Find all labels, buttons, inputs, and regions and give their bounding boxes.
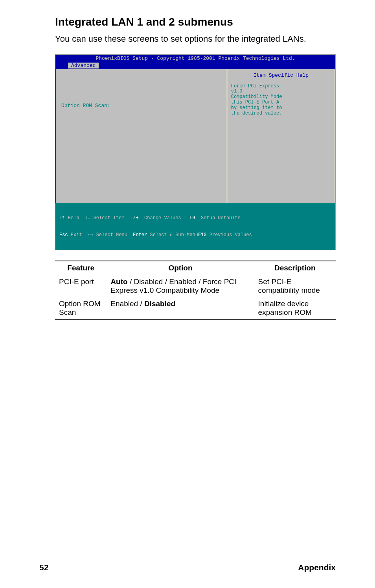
bios-txt-setupdefaults: Setup Defaults (195, 215, 241, 221)
bios-titlebar: PhoenixBIOS Setup - Copyright 1985-2001 … (55, 55, 335, 62)
bios-left-pane: PCI-E port A Device 2 : [Auto] Option RO… (55, 69, 227, 203)
opt-rest: / Disabled / Enabled / Force PCI Express… (110, 277, 236, 294)
bios-row-option-rom: Option ROM Scan: [Disabled] (61, 103, 221, 109)
opt-bold: Disabled (144, 300, 175, 308)
bios-txt-submenu: Select ▸ Sub-Menu (147, 232, 198, 238)
bios-screenshot: PhoenixBIOS Setup - Copyright 1985-2001 … (55, 54, 336, 250)
bios-row2-label: Option ROM Scan: (61, 103, 144, 109)
opt-bold: Auto (110, 277, 127, 286)
bios-row1-label: PCI-E port A Device 2 : (61, 85, 144, 91)
bios-row-pcie-port: PCI-E port A Device 2 : [Auto] (61, 85, 221, 91)
cell-description: Initialize device expansion ROM (254, 297, 336, 320)
bios-txt-selectmenu: Select Menu (93, 232, 133, 238)
cell-option: Auto / Disabled / Enabled / Force PCI Ex… (107, 275, 254, 297)
bios-key-enter: Enter (133, 232, 147, 238)
bios-txt-help: Help (65, 215, 85, 221)
bios-key-f10: F10 (198, 232, 207, 238)
opt-pre: Enabled / (110, 300, 144, 308)
bios-key-plusminus: -/+ (130, 215, 139, 221)
bios-main: PCI-E port A Device 2 : [Auto] Option RO… (55, 69, 335, 203)
col-option: Option (107, 261, 254, 275)
cell-feature: PCI-E port (55, 275, 107, 297)
bios-key-f9: F9 (189, 215, 195, 221)
bios-row1-value: [Auto] (144, 85, 162, 91)
page-footer: 52 Appendix (39, 563, 336, 572)
bios-help-title: Item Specific Help (231, 72, 331, 78)
bios-help-body: Force PCI Express v1.0 Compatibility Mod… (231, 84, 331, 116)
bios-key-esc: Esc (59, 232, 68, 238)
section-heading: Integrated LAN 1 and 2 submenus (55, 16, 336, 28)
page-number: 52 (39, 563, 48, 572)
bios-row2-value: [Disabled] (144, 103, 175, 109)
section-name: Appendix (298, 563, 336, 572)
bios-key-leftright: ←→ (88, 232, 93, 238)
cell-option: Enabled / Disabled (107, 297, 254, 320)
col-description: Description (254, 261, 336, 275)
bios-txt-exit: Exit (68, 232, 88, 238)
bios-txt-selectitem: Select Item (90, 215, 130, 221)
bios-footer-line1: F1 Help ↑↓ Select Item -/+ Change Values… (59, 215, 331, 221)
cell-description: Set PCI-E compatibility mode (254, 275, 336, 297)
bios-txt-previous: Previous Values (207, 232, 252, 238)
cell-feature: Option ROM Scan (55, 297, 107, 320)
bios-footer: F1 Help ↑↓ Select Item -/+ Change Values… (55, 203, 335, 250)
table-header-row: Feature Option Description (55, 261, 336, 275)
table-row: Option ROM Scan Enabled / Disabled Initi… (55, 297, 336, 320)
bios-key-updown: ↑↓ (85, 215, 90, 221)
bios-help-pane: Item Specific Help Force PCI Express v1.… (227, 69, 335, 203)
intro-text: You can use these screens to set options… (55, 33, 336, 45)
bios-tab-row: Advanced (55, 62, 335, 69)
bios-footer-line2: Esc Exit ←→ Select Menu Enter Select ▸ S… (59, 232, 331, 238)
table-row: PCI-E port Auto / Disabled / Enabled / F… (55, 275, 336, 297)
options-table: Feature Option Description PCI-E port Au… (55, 261, 336, 320)
bios-tab-advanced: Advanced (68, 63, 99, 68)
col-feature: Feature (55, 261, 107, 275)
bios-key-f1: F1 (59, 215, 65, 221)
bios-txt-changevalues: Change Values (139, 215, 190, 221)
